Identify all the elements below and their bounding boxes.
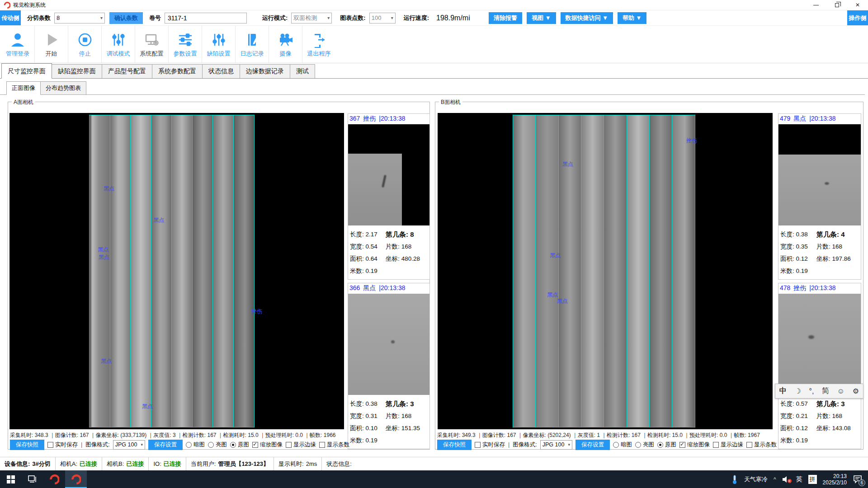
capture-button[interactable]: 摄像 xyxy=(269,26,302,63)
ime-mode-chinese[interactable]: 中 xyxy=(779,386,787,396)
minimize-button[interactable]: — xyxy=(806,0,826,10)
slit-count-select[interactable]: 8▾ xyxy=(54,13,105,23)
exit-program-button[interactable]: 退出程序 xyxy=(302,26,335,63)
language-indicator[interactable]: 英 xyxy=(796,475,802,483)
speaker-muted-icon[interactable]: ✕ xyxy=(782,476,790,483)
notification-center-button[interactable]: 6 xyxy=(853,474,863,485)
ime-toolbar[interactable]: 中 ☽ °, 简 ☺ ⚙ xyxy=(775,384,863,399)
view-menu-button[interactable]: 视图 ▼ xyxy=(527,12,556,24)
taskbar: 天气寒冷 ^ ✕ 英 拼 20:13 2025/2/10 6 xyxy=(0,470,868,488)
ime-settings-gear-icon[interactable]: ⚙ xyxy=(853,387,859,395)
panel-camera-a: A面相机 黑点黑点黑点黑点挫伤黑点黑点 367 挫伤 |20:13:38 长度:… xyxy=(8,102,430,450)
display-time-value: 2ms xyxy=(306,460,317,467)
checkbox-icon xyxy=(746,442,752,448)
clear-alarm-button[interactable]: 清除报警 xyxy=(489,12,522,24)
defect-card[interactable]: 366 黑点 |20:13:38 长度: 0.38 第几条: 3 宽度: 0.3… xyxy=(348,283,430,449)
tab-size-monitor[interactable]: 尺寸监控界面 xyxy=(1,63,52,79)
show-edge-checkbox[interactable]: 显示边缘 xyxy=(286,441,316,449)
start-button[interactable] xyxy=(0,470,22,488)
save-snapshot-button[interactable]: 保存快照 xyxy=(10,440,44,450)
restore-button[interactable] xyxy=(826,0,847,10)
subtab-front-image[interactable]: 正面图像 xyxy=(6,81,41,95)
confirm-count-button[interactable]: 确认条数 xyxy=(109,12,143,24)
help-menu-button[interactable]: 帮助 ▼ xyxy=(618,12,646,24)
radio-icon xyxy=(635,442,641,448)
original-image-radio[interactable]: 原图 xyxy=(657,441,676,449)
drive-side-button[interactable]: 传动侧 xyxy=(0,10,21,25)
tab-system-param-config[interactable]: 系统参数配置 xyxy=(152,64,203,78)
defect-stats: 长度: 2.17 第几条: 8 宽度: 0.54 片数: 168 面积: 0.6… xyxy=(348,225,429,277)
camera-b-image[interactable]: 挫伤黑点黑点黑点黑点 xyxy=(438,113,773,429)
run-mode-select[interactable]: 双面检测▾ xyxy=(291,13,332,23)
show-edge-checkbox[interactable]: 显示边缘 xyxy=(713,441,743,449)
taskbar-clock[interactable]: 20:13 2025/2/10 xyxy=(823,473,847,486)
weather-text[interactable]: 天气寒冷 xyxy=(744,475,768,483)
defect-card[interactable]: 367 挫伤 |20:13:38 长度: 2.17 第几条: 8 宽度: 0.5… xyxy=(348,113,430,280)
log-book-icon xyxy=(244,31,261,48)
bright-image-radio[interactable]: 亮图 xyxy=(208,441,227,449)
camera-a-image[interactable]: 黑点黑点黑点黑点挫伤黑点黑点 xyxy=(9,113,344,429)
realtime-save-checkbox[interactable]: 实时保存 xyxy=(47,441,78,449)
simplified-chinese-icon[interactable]: 简 xyxy=(822,386,829,396)
taskbar-app-icon[interactable] xyxy=(43,470,65,488)
start-button[interactable]: 开始 xyxy=(34,26,68,63)
defect-marker-label: 黑点 xyxy=(562,160,573,168)
admin-login-button[interactable]: 管理登录 xyxy=(1,26,34,63)
data-access-menu-button[interactable]: 数据快捷访问 ▼ xyxy=(561,12,613,24)
task-view-button[interactable] xyxy=(22,470,43,488)
checkbox-icon xyxy=(252,442,258,448)
defect-id: 478 xyxy=(780,284,790,292)
punctuation-icon[interactable]: °, xyxy=(809,387,814,395)
fullwidth-moon-icon[interactable]: ☽ xyxy=(795,387,801,395)
defect-card[interactable]: 478 挫伤 |20:13:38 长度: 0.57 第几条: 3 宽度: 0.2… xyxy=(778,283,861,449)
subtab-trend-chart[interactable]: 分布趋势图表 xyxy=(40,81,86,94)
ime-mode-indicator[interactable]: 拼 xyxy=(808,475,817,484)
roll-number-input[interactable] xyxy=(165,13,247,23)
save-settings-button[interactable]: 保存设置 xyxy=(576,440,610,450)
operator-side-button[interactable]: 操作侧 xyxy=(847,10,868,25)
sliders-horizontal-icon xyxy=(177,31,194,48)
debug-mode-button[interactable]: 调试模式 xyxy=(101,26,135,63)
taskbar-app-icon-active[interactable] xyxy=(65,470,87,488)
defect-card[interactable]: 479 黑点 |20:13:38 长度: 0.38 第几条: 4 宽度: 0.3… xyxy=(778,113,861,280)
parameter-settings-button[interactable]: 参数设置 xyxy=(168,26,202,63)
emoji-icon[interactable]: ☺ xyxy=(837,387,844,395)
zoom-image-checkbox[interactable]: 缩放图像 xyxy=(252,441,283,449)
camera-a-status-line: 采集耗时: 348.3 ｜图像计数: 167 ｜像素坐标: (333,7139)… xyxy=(10,432,335,439)
chart-points-select[interactable]: 100▾ xyxy=(369,13,396,23)
original-image-radio[interactable]: 原图 xyxy=(230,441,249,449)
defect-type: 挫伤 xyxy=(793,284,806,292)
save-snapshot-button[interactable]: 保存快照 xyxy=(437,440,472,450)
restore-icon xyxy=(835,3,839,7)
dark-image-radio[interactable]: 暗图 xyxy=(613,441,632,449)
defect-marker-label: 黑点 xyxy=(99,253,109,261)
tab-edge-data-record[interactable]: 边缘数据记录 xyxy=(240,64,290,78)
radio-icon xyxy=(613,442,619,448)
dark-image-radio[interactable]: 暗图 xyxy=(186,441,205,449)
defect-card-header: 478 挫伤 |20:13:38 xyxy=(778,283,861,294)
log-record-button[interactable]: 日志记录 xyxy=(235,26,269,63)
checkbox-icon xyxy=(286,442,292,448)
tab-test[interactable]: 测试 xyxy=(290,64,315,78)
defect-id: 367 xyxy=(349,115,360,123)
tab-product-model-config[interactable]: 产品型号配置 xyxy=(102,64,152,78)
stop-button[interactable]: 停止 xyxy=(68,26,101,63)
radio-icon xyxy=(657,442,663,448)
zoom-image-checkbox[interactable]: 缩放图像 xyxy=(679,441,710,449)
save-settings-button[interactable]: 保存设置 xyxy=(148,440,183,450)
image-format-select[interactable]: JPG 100▾ xyxy=(113,440,145,450)
hidden-icons-chevron[interactable]: ^ xyxy=(774,476,776,483)
defect-cards-a: 367 挫伤 |20:13:38 长度: 2.17 第几条: 8 宽度: 0.5… xyxy=(348,113,430,449)
system-config-button[interactable]: 系统配置 xyxy=(135,26,168,63)
show-count-checkbox[interactable]: 显示条数 xyxy=(746,441,777,449)
camera-b-status: 已连接 xyxy=(126,460,144,468)
tab-status-info[interactable]: 状态信息 xyxy=(202,64,240,78)
camera-a-status: 已连接 xyxy=(80,460,97,468)
defect-settings-button[interactable]: 缺陷设置 xyxy=(202,26,235,63)
bright-image-radio[interactable]: 亮图 xyxy=(635,441,654,449)
image-format-select[interactable]: JPG 100▾ xyxy=(540,440,572,450)
close-button[interactable]: ✕ xyxy=(847,0,868,10)
tab-defect-monitor[interactable]: 缺陷监控界面 xyxy=(52,64,102,78)
show-count-checkbox[interactable]: 显示条数 xyxy=(319,441,349,449)
realtime-save-checkbox[interactable]: 实时保存 xyxy=(475,441,505,449)
